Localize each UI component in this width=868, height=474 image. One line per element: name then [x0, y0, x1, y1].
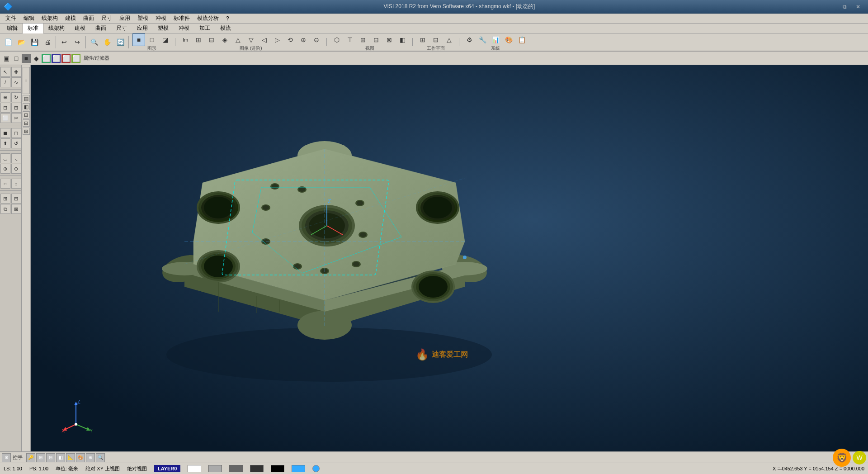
- menu-apply[interactable]: 应用: [116, 14, 134, 23]
- zoom-btn[interactable]: 🔍: [88, 36, 100, 48]
- tab-apply[interactable]: 应用: [132, 23, 153, 33]
- img-btn9[interactable]: ⟲: [284, 33, 297, 46]
- sidebar-btn-chamfer[interactable]: ◟: [11, 153, 21, 163]
- tab-flow[interactable]: 模流: [215, 23, 236, 33]
- status-icon5[interactable]: 📐: [66, 453, 75, 462]
- img-btn4[interactable]: ◈: [218, 33, 231, 46]
- sidebar2-btn3[interactable]: ⊞: [23, 111, 30, 118]
- status-icon2[interactable]: ⊞: [36, 453, 45, 462]
- view-fit-btn[interactable]: ⊠: [383, 33, 396, 46]
- sidebar2-btn4[interactable]: ⊟: [23, 119, 30, 127]
- save-btn[interactable]: 💾: [28, 36, 41, 48]
- wp-btn2[interactable]: ⊟: [429, 33, 442, 46]
- menu-edit[interactable]: 编辑: [20, 14, 38, 23]
- sidebar-btn-solid1[interactable]: ◼: [0, 128, 10, 138]
- status-icon1[interactable]: 🔑: [26, 453, 35, 462]
- status-icon4[interactable]: ◧: [56, 453, 65, 462]
- status-icon7[interactable]: ⊕: [86, 453, 95, 462]
- status-icon6[interactable]: 🎨: [76, 453, 85, 462]
- tab-stamp[interactable]: 冲模: [174, 23, 194, 33]
- view-top-btn[interactable]: ⊤: [344, 33, 356, 46]
- sidebar-btn-fillet[interactable]: ◡: [0, 153, 10, 163]
- sidebar-btn-copy[interactable]: ⬜: [0, 113, 10, 123]
- sidebar-btn-scale[interactable]: ⊞: [11, 103, 21, 113]
- viewport-3d[interactable]: Z: [31, 65, 868, 451]
- sidebar-btn-extrude[interactable]: ⬆: [0, 138, 10, 148]
- filter-btn5-blue[interactable]: ⬜: [52, 54, 61, 63]
- sidebar-btn-dim2[interactable]: ↕: [11, 179, 21, 189]
- status-icon-main[interactable]: ⚙: [2, 453, 11, 462]
- menu-plastic[interactable]: 塑模: [134, 14, 152, 23]
- img-btn8[interactable]: ▷: [271, 33, 283, 46]
- tab-modeling[interactable]: 建模: [70, 23, 90, 33]
- filter-btn6-red[interactable]: ⬜: [61, 54, 71, 63]
- new-btn[interactable]: 📄: [2, 36, 14, 48]
- undo-btn[interactable]: ↩: [58, 36, 71, 48]
- sidebar-btn-mirror[interactable]: ⊟: [0, 103, 10, 113]
- wp-btn3[interactable]: △: [443, 33, 455, 46]
- shape-wire-btn[interactable]: □: [146, 33, 158, 46]
- sys-btn2[interactable]: 🔧: [476, 33, 489, 46]
- sidebar-btn-mesh2[interactable]: ⊟: [11, 194, 21, 204]
- menu-file[interactable]: 文件: [2, 14, 20, 23]
- img-btn5[interactable]: △: [231, 33, 244, 46]
- sidebar2-btn5[interactable]: ⊠: [23, 128, 30, 135]
- sidebar-btn-sub[interactable]: ⊖: [11, 164, 21, 174]
- rotate-btn[interactable]: 🔄: [114, 36, 127, 48]
- img-btn1[interactable]: Im: [179, 33, 192, 46]
- menu-wireframe[interactable]: 线架构: [38, 14, 61, 23]
- sidebar2-btn2[interactable]: ◧: [23, 103, 30, 110]
- color-swatch-blue[interactable]: [292, 465, 305, 472]
- color-swatch-grey[interactable]: [208, 465, 222, 472]
- menu-surface[interactable]: 曲面: [80, 14, 98, 23]
- status-icon3[interactable]: ⊟: [46, 453, 55, 462]
- tab-wireframe[interactable]: 线架构: [43, 23, 70, 33]
- sidebar-btn-select[interactable]: ↖: [0, 67, 10, 77]
- tab-dim[interactable]: 尺寸: [111, 23, 132, 33]
- sidebar-btn-layer[interactable]: ⧉: [0, 204, 10, 214]
- sidebar-btn-group[interactable]: ⊠: [11, 204, 21, 214]
- menu-model[interactable]: 建模: [61, 14, 80, 23]
- menu-stamp[interactable]: 冲模: [152, 14, 170, 23]
- status-icon8[interactable]: 🔍: [96, 453, 105, 462]
- menu-dim[interactable]: 尺寸: [98, 14, 116, 23]
- restore-btn[interactable]: ⧉: [838, 2, 851, 11]
- view-right-btn[interactable]: ⊟: [370, 33, 382, 46]
- view-iso-btn[interactable]: ⬡: [330, 33, 343, 46]
- sidebar-btn-trim[interactable]: ✂: [11, 113, 21, 123]
- tab-edit[interactable]: 编辑: [2, 23, 23, 33]
- tab-standard[interactable]: 标准: [23, 23, 43, 33]
- shape-hidden-btn[interactable]: ◪: [159, 33, 171, 46]
- sys-btn3[interactable]: 📊: [489, 33, 502, 46]
- print-btn[interactable]: 🖨: [41, 36, 54, 48]
- tab-plastic[interactable]: 塑模: [153, 23, 174, 33]
- sidebar-btn-mesh[interactable]: ⊞: [0, 194, 10, 204]
- pan-btn[interactable]: ✋: [101, 36, 113, 48]
- img-btn3[interactable]: ⊟: [205, 33, 218, 46]
- filter-btn2[interactable]: ■: [22, 54, 31, 63]
- color-swatch-darker[interactable]: [250, 465, 264, 472]
- close-btn[interactable]: ✕: [852, 2, 864, 11]
- color-circle[interactable]: [312, 465, 320, 472]
- sys-btn5[interactable]: 📋: [515, 33, 528, 46]
- sidebar-btn-dim1[interactable]: ↔: [0, 179, 10, 189]
- sidebar-btn-rotate[interactable]: ↻: [11, 92, 21, 102]
- img-btn2[interactable]: ⊞: [192, 33, 205, 46]
- sidebar-btn-curve[interactable]: ∿: [11, 77, 21, 87]
- sidebar2-prop-btn[interactable]: ≡: [23, 67, 30, 94]
- view-persp-btn[interactable]: ◧: [396, 33, 409, 46]
- sidebar-btn-move[interactable]: ⊕: [0, 92, 10, 102]
- sidebar-btn-revolve[interactable]: ↺: [11, 138, 21, 148]
- menu-help[interactable]: ?: [222, 14, 233, 23]
- shape-solid-btn[interactable]: ■: [132, 33, 145, 46]
- tab-surface[interactable]: 曲面: [90, 23, 111, 33]
- filter-btn1[interactable]: □: [12, 54, 21, 63]
- sidebar-btn-point[interactable]: ✚: [11, 67, 21, 77]
- sys-btn4[interactable]: 🎨: [502, 33, 515, 46]
- open-btn[interactable]: 📂: [15, 36, 28, 48]
- img-btn7[interactable]: ◁: [258, 33, 270, 46]
- filter-btn4-green[interactable]: ⬜: [42, 54, 51, 63]
- redo-btn[interactable]: ↪: [71, 36, 84, 48]
- sys-btn1[interactable]: ⚙: [463, 33, 476, 46]
- tab-machine[interactable]: 加工: [194, 23, 215, 33]
